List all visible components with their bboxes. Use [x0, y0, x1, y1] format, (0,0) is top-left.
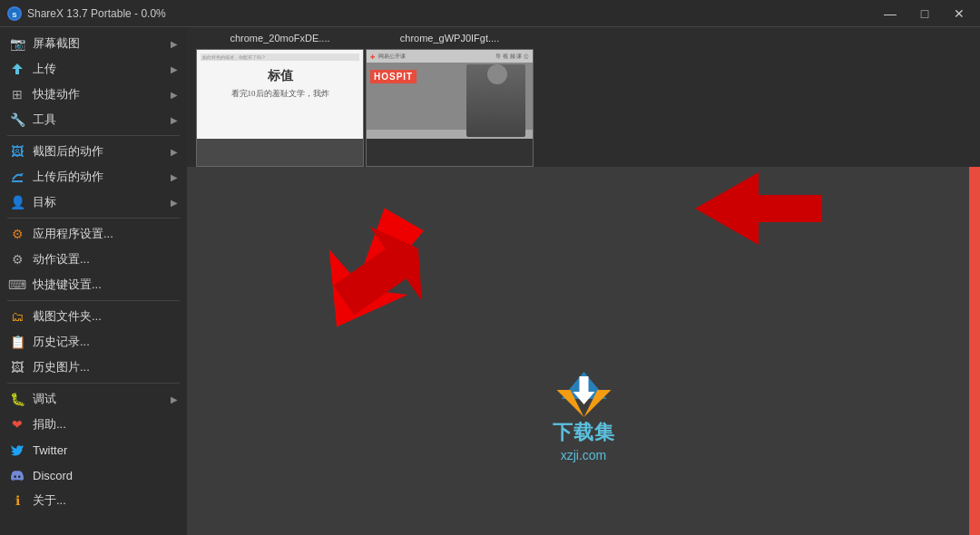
menu-separator [7, 218, 180, 219]
target-label: 目标 [33, 194, 56, 210]
arrow-right [668, 154, 849, 267]
app-icon: S [7, 6, 22, 21]
sidebar-item-debug[interactable]: 🐛调试▶ [0, 386, 187, 412]
after-upload-icon [9, 169, 25, 185]
sidebar-item-hotkey-settings[interactable]: ⌨快捷键设置... [0, 272, 187, 297]
thumb2-preview: ✚ 网易公开课 导 视 频 课 公 HOSPIT [366, 49, 534, 167]
hotkey-settings-label: 快捷键设置... [33, 277, 102, 293]
sidebar-item-upload[interactable]: 上传▶ [0, 56, 187, 82]
tool-arrow-icon: ▶ [171, 115, 178, 125]
sidebar: 📷屏幕截图▶上传▶⊞快捷动作▶🔧工具▶🖼截图后的动作▶上传后的动作▶👤目标▶⚙应… [0, 27, 187, 535]
window-controls: — □ ✕ [877, 4, 973, 24]
sidebar-item-after-upload[interactable]: 上传后的动作▶ [0, 164, 187, 190]
app-settings-icon: ⚙ [9, 226, 25, 242]
debug-icon: 🐛 [9, 391, 25, 407]
screen-capture-icon: 📷 [9, 35, 25, 52]
about-label: 关于... [33, 492, 66, 509]
history-icon: 📋 [9, 334, 25, 350]
close-button[interactable]: ✕ [946, 4, 973, 24]
sidebar-item-discord[interactable]: Discord [0, 462, 187, 488]
thumb2-top-text: 网易公开课 [378, 53, 406, 61]
content-area: chrome_20moFxDE.... 如此特色的描述，你配买了吗？ 标值 看完… [187, 27, 980, 535]
after-upload-label: 上传后的动作 [33, 169, 103, 185]
thumbnails-panel: chrome_20moFxDE.... 如此特色的描述，你配买了吗？ 标值 看完… [187, 27, 980, 167]
quick-action-icon: ⊞ [9, 86, 25, 102]
target-icon: 👤 [9, 194, 25, 210]
hotkey-settings-icon: ⌨ [9, 277, 25, 293]
person-head [487, 64, 507, 84]
history-img-icon: 🖼 [9, 359, 25, 375]
hospital-sign: HOSPIT [370, 70, 416, 83]
debug-label: 调试 [33, 391, 56, 407]
upload-icon [9, 61, 25, 77]
thumb1-preview: 如此特色的描述，你配买了吗？ 标值 看完10后的羞耻文学，我炸 [196, 49, 364, 167]
after-capture-icon: 🖼 [9, 143, 25, 160]
thumb1-overlay [197, 139, 363, 166]
sidebar-item-quick-action[interactable]: ⊞快捷动作▶ [0, 82, 187, 107]
thumb1-subtitle: 看完10后的羞耻文学，我炸 [231, 88, 329, 100]
title-bar: S ShareX 13.7 Portable - 0.0% — □ ✕ [0, 0, 980, 27]
watermark-logo [556, 372, 611, 417]
sidebar-item-tool[interactable]: 🔧工具▶ [0, 107, 187, 132]
thumb1-top-text: 如此特色的描述，你配买了吗？ [202, 54, 266, 60]
main-layout: 📷屏幕截图▶上传▶⊞快捷动作▶🔧工具▶🖼截图后的动作▶上传后的动作▶👤目标▶⚙应… [0, 27, 980, 535]
sidebar-item-about[interactable]: ℹ关于... [0, 488, 187, 513]
thumb2-overlay [367, 139, 533, 166]
screen-capture-label: 屏幕截图 [33, 35, 80, 52]
svg-marker-2 [12, 63, 23, 74]
thumbnail-item-1[interactable]: chrome_20moFxDE.... 如此特色的描述，你配买了吗？ 标值 看完… [196, 27, 364, 167]
thumbnail-item-2[interactable]: chrome_gWPJ0IFgt.... ✚ 网易公开课 导 视 频 课 公 H… [366, 27, 534, 167]
maximize-button[interactable]: □ [911, 4, 938, 24]
menu-separator [7, 135, 180, 136]
quick-action-arrow-icon: ▶ [171, 90, 178, 100]
tool-icon: 🔧 [9, 112, 25, 128]
after-capture-arrow-icon: ▶ [171, 147, 178, 157]
watermark-url: xzji.com [561, 448, 607, 462]
action-settings-label: 动作设置... [33, 251, 90, 268]
tool-label: 工具 [33, 112, 56, 128]
sidebar-item-twitter[interactable]: Twitter [0, 437, 187, 462]
svg-marker-7 [695, 172, 822, 245]
thumb2-label: chrome_gWPJ0IFgt.... [393, 27, 506, 49]
after-upload-arrow-icon: ▶ [171, 172, 178, 182]
discord-label: Discord [33, 469, 73, 482]
target-arrow-icon: ▶ [171, 198, 178, 208]
discord-icon [9, 467, 25, 483]
thumb1-topbar: 如此特色的描述，你配买了吗？ [201, 54, 359, 61]
sidebar-item-donate[interactable]: ❤捐助... [0, 412, 187, 437]
minimize-button[interactable]: — [877, 4, 904, 24]
menu-separator [7, 300, 180, 301]
sidebar-item-action-settings[interactable]: ⚙动作设置... [0, 247, 187, 272]
thumb2-topbar: ✚ 网易公开课 导 视 频 课 公 [367, 50, 533, 63]
svg-text:S: S [12, 11, 17, 19]
quick-action-label: 快捷动作 [33, 86, 80, 102]
donate-icon: ❤ [9, 416, 25, 433]
watermark-text: 下载集 [553, 419, 615, 446]
sidebar-item-history[interactable]: 📋历史记录... [0, 329, 187, 355]
sidebar-item-history-img[interactable]: 🖼历史图片... [0, 355, 187, 380]
about-icon: ℹ [9, 492, 25, 509]
twitter-label: Twitter [33, 443, 67, 457]
svg-rect-4 [12, 180, 23, 182]
thumb1-label: chrome_20moFxDE.... [222, 27, 337, 49]
history-img-label: 历史图片... [33, 359, 90, 375]
upload-label: 上传 [33, 61, 56, 77]
title-text: ShareX 13.7 Portable - 0.0% [27, 7, 166, 20]
after-capture-label: 截图后的动作 [33, 143, 103, 160]
screen-capture-arrow-icon: ▶ [171, 39, 178, 49]
app-settings-label: 应用程序设置... [33, 226, 113, 242]
menu-separator [7, 383, 180, 384]
action-settings-icon: ⚙ [9, 251, 25, 268]
sidebar-item-target[interactable]: 👤目标▶ [0, 190, 187, 215]
history-label: 历史记录... [33, 334, 90, 350]
capture-folder-icon: 🗂 [9, 308, 25, 325]
capture-folder-label: 截图文件夹... [33, 308, 102, 325]
arrow-left [296, 199, 441, 348]
sidebar-item-capture-folder[interactable]: 🗂截图文件夹... [0, 304, 187, 329]
watermark: 下载集 xzji.com [553, 372, 615, 462]
sidebar-item-app-settings[interactable]: ⚙应用程序设置... [0, 221, 187, 247]
sidebar-item-after-capture[interactable]: 🖼截图后的动作▶ [0, 139, 187, 164]
donate-label: 捐助... [33, 416, 66, 433]
twitter-icon [9, 442, 25, 458]
sidebar-item-screen-capture[interactable]: 📷屏幕截图▶ [0, 31, 187, 56]
